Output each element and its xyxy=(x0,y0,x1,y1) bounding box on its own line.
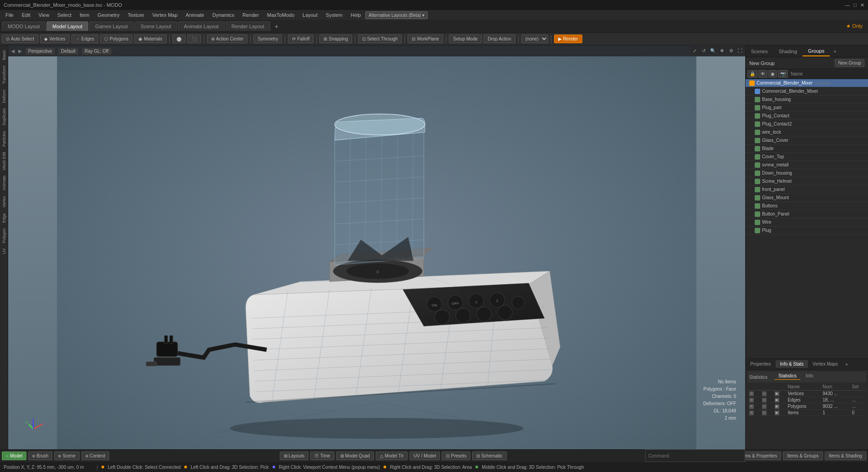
sidebar-deform[interactable]: Deform xyxy=(1,87,7,106)
list-item[interactable]: Button_Panel xyxy=(746,210,868,218)
menu-item-layout[interactable]: Layout xyxy=(299,11,321,19)
cube-btn[interactable]: ⬛ xyxy=(187,35,201,43)
list-item[interactable]: Down_housing xyxy=(746,169,868,177)
list-item[interactable]: Glass_Cover xyxy=(746,136,868,145)
groups-tab[interactable]: Groups xyxy=(802,46,830,56)
list-item[interactable]: Cover_Top xyxy=(746,153,868,161)
new-group-btn[interactable]: New Group xyxy=(835,59,864,67)
none-select[interactable]: (none) xyxy=(521,35,548,43)
symmetry-btn[interactable]: Symmetry xyxy=(253,35,282,43)
tab-model-layout[interactable]: Model Layout xyxy=(46,21,88,31)
tab-render-layout[interactable]: Render Layout xyxy=(226,21,270,31)
add-props-tab[interactable]: + xyxy=(843,360,851,368)
vp-expand-btn[interactable]: ⛶ xyxy=(736,46,744,55)
materials-btn[interactable]: ◉ Materials xyxy=(134,35,167,43)
row-expand-btn[interactable]: ▶ xyxy=(775,392,779,396)
menu-item-maxtomodo[interactable]: MaxToModo xyxy=(263,11,298,19)
sidebar-mesh-edit[interactable]: Mesh Edit xyxy=(1,149,7,173)
info-stats-tab[interactable]: Info & Stats xyxy=(776,360,808,368)
list-item[interactable]: Plug_part xyxy=(746,104,868,112)
close-btn[interactable]: ✕ xyxy=(860,2,864,8)
row-expand-btn[interactable]: ▶ xyxy=(775,398,779,402)
table-row[interactable]: + − ▶ Items 1 0 xyxy=(747,410,866,416)
auto-select-btn[interactable]: ⊙ Auto Select xyxy=(2,35,38,43)
list-item[interactable]: Buttons xyxy=(746,202,868,210)
presets-btn[interactable]: ⊡ Presets xyxy=(442,452,470,460)
row-add-btn[interactable]: + xyxy=(749,404,754,409)
list-item[interactable]: svrew_metall xyxy=(746,161,868,169)
list-item[interactable]: Wire xyxy=(746,218,868,226)
row-toggle-btn[interactable]: − xyxy=(762,411,767,415)
menu-item-texture[interactable]: Texture xyxy=(124,11,148,19)
maximize-btn[interactable]: □ xyxy=(853,2,857,8)
list-item[interactable]: Plug xyxy=(746,226,868,235)
setup-mode-btn[interactable]: Setup Mode xyxy=(449,35,482,43)
raygl-btn[interactable]: Ray GL: Off xyxy=(82,48,111,55)
menu-item-geometry[interactable]: Geometry xyxy=(94,11,123,19)
menu-item-dynamics[interactable]: Dynamics xyxy=(209,11,238,19)
menu-item-render[interactable]: Render xyxy=(239,11,262,19)
viewport-canvas[interactable]: ON OFF 1 2 ⊛ xyxy=(8,56,745,449)
tab-scene-layout[interactable]: Scene Layout xyxy=(135,21,177,31)
viewport-next-btn[interactable]: ▶ xyxy=(18,48,22,54)
perspective-btn[interactable]: Perspective xyxy=(25,48,55,55)
model-mode-btn[interactable]: Model xyxy=(2,452,26,460)
tab-animate-layout[interactable]: Animate Layout xyxy=(178,21,224,31)
add-scene-tab[interactable]: + xyxy=(830,47,840,56)
action-center-btn[interactable]: ⊕ Action Center xyxy=(207,35,248,43)
list-item[interactable]: Screw_Helmet xyxy=(746,177,868,186)
snapping-btn[interactable]: ⊞ Snapping xyxy=(319,35,352,43)
sidebar-edge[interactable]: Edge xyxy=(1,211,7,226)
sidebar-transform[interactable]: Transform xyxy=(1,63,7,87)
row-add-btn[interactable]: + xyxy=(749,392,754,396)
gt-cam-btn[interactable]: 📷 xyxy=(778,70,788,78)
list-item[interactable]: Blade xyxy=(746,145,868,153)
vp-pan-btn[interactable]: ✥ xyxy=(718,46,726,55)
table-row[interactable]: + − ▶ Vertices 9430 ... xyxy=(747,391,866,397)
alt-layouts-btn[interactable]: Alternative Layouts (Beta) ▾ xyxy=(365,11,428,19)
workplane-btn[interactable]: ⊟ WorkPlane xyxy=(408,35,443,43)
list-item[interactable]: wire_lock xyxy=(746,128,868,136)
row-toggle-btn[interactable]: − xyxy=(762,398,767,402)
render-btn[interactable]: ▶ Render xyxy=(554,35,582,43)
sidebar-particles[interactable]: Particles xyxy=(1,128,7,150)
row-add-btn[interactable]: + xyxy=(749,398,754,402)
layouts-btn[interactable]: ⊞ Layouts xyxy=(280,452,309,460)
model-quad-btn[interactable]: ⊞ Model Quad xyxy=(336,452,374,460)
scene-mode-btn[interactable]: Scene xyxy=(54,452,79,460)
row-expand-btn[interactable]: ▶ xyxy=(775,411,779,415)
select-through-btn[interactable]: ⊡ Select Through xyxy=(358,35,402,43)
time-btn[interactable]: ⏱ Time xyxy=(310,452,334,460)
menu-item-item[interactable]: Item xyxy=(76,11,93,19)
sidebar-polygon[interactable]: Polygon xyxy=(1,226,7,246)
table-row[interactable]: + − ▶ Edges 18, ... ... xyxy=(747,397,866,403)
row-toggle-btn[interactable]: − xyxy=(762,392,767,396)
brush-mode-btn[interactable]: Brush xyxy=(28,452,52,460)
group-root-item[interactable]: Commercial_Blender_Mixer 21 Items xyxy=(746,79,868,87)
command-bar[interactable] xyxy=(645,449,745,462)
scenes-tab[interactable]: Scenes xyxy=(746,47,773,56)
menu-item-vertex map[interactable]: Vertex Map xyxy=(149,11,182,19)
info-tab[interactable]: Info xyxy=(802,372,817,380)
menu-item-edit[interactable]: Edit xyxy=(18,11,34,19)
star-only-btn[interactable]: ★ Only xyxy=(843,21,866,31)
drop-action-btn[interactable]: Drop Action xyxy=(484,35,515,43)
add-layout-tab[interactable]: + xyxy=(271,21,282,32)
vp-zoom-btn[interactable]: 🔍 xyxy=(709,46,717,55)
sidebar-animate[interactable]: Animate xyxy=(1,173,7,193)
list-item[interactable]: Commercial_Blender_Mixer xyxy=(746,87,868,95)
vp-settings-btn[interactable]: ⚙ xyxy=(727,46,735,55)
default-style-btn[interactable]: Default xyxy=(58,48,78,55)
viewport-prev-btn[interactable]: ◀ xyxy=(11,48,15,54)
tab-games-layout[interactable]: Games Layout xyxy=(89,21,134,31)
command-input[interactable] xyxy=(648,453,742,458)
list-item[interactable]: Plug_Contact xyxy=(746,112,868,120)
sidebar-uv[interactable]: UV xyxy=(1,246,7,257)
menu-item-help[interactable]: Help xyxy=(347,11,365,19)
row-toggle-btn[interactable]: − xyxy=(762,404,767,409)
gt-lock-btn[interactable]: 🔒 xyxy=(747,70,757,78)
list-item[interactable]: Base_housing xyxy=(746,95,868,104)
context-mode-btn[interactable]: Context xyxy=(81,452,109,460)
sidebar-duplicate[interactable]: Duplicate xyxy=(1,105,7,128)
menu-item-animate[interactable]: Animate xyxy=(182,11,207,19)
